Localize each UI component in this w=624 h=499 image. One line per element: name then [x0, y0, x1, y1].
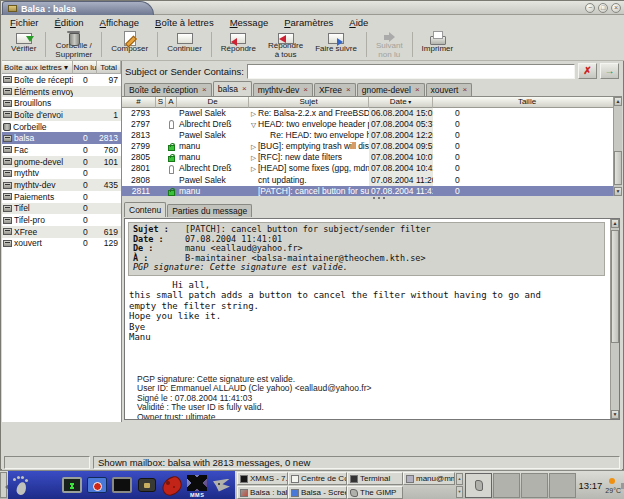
minimize-button[interactable]: −: [585, 3, 595, 13]
column-header-sujet[interactable]: Sujet: [249, 97, 369, 108]
maximize-button[interactable]: □: [598, 3, 608, 13]
tab-close-icon[interactable]: ×: [202, 86, 207, 94]
menu-parametres[interactable]: Paramètres: [276, 17, 341, 28]
imprimer-button[interactable]: Imprimer: [416, 29, 460, 60]
pane-splitter[interactable]: [122, 196, 622, 202]
search-input[interactable]: [247, 64, 575, 79]
tab-close-icon[interactable]: ×: [415, 86, 420, 94]
column-header-[interactable]: #: [122, 97, 156, 108]
message-row-2811[interactable]: 2811manu[PATCH]: cancel button for subje…: [122, 186, 622, 196]
scrollbar-thumb[interactable]: [614, 151, 622, 186]
task-xmms-7-san[interactable]: XMMS - 7. San: [237, 472, 288, 485]
camera-icon[interactable]: [135, 474, 159, 498]
mailbox-row-mythtv[interactable]: mythtv0: [2, 168, 121, 180]
composer-button[interactable]: Composer: [105, 29, 154, 60]
mailbox-row-fac[interactable]: Fac0760: [2, 144, 121, 156]
tab-balsa[interactable]: balsa×: [213, 81, 252, 96]
task-balsa-screen[interactable]: Balsa - Screen: [288, 486, 347, 499]
menu-aide[interactable]: Aide: [341, 17, 376, 28]
mailbox-row-xfree[interactable]: XFree0619: [2, 226, 121, 238]
task-centre-de-cont[interactable]: Centre de Cont: [288, 472, 347, 485]
task-balsa-balsa[interactable]: Balsa : balsa: [237, 486, 288, 499]
tab-mythtv-dev[interactable]: mythtv-dev×: [253, 83, 313, 96]
task-manu-mmedi[interactable]: manu@mmedi: [403, 472, 455, 485]
preview-scrollbar[interactable]: ▲ ▼: [610, 219, 619, 419]
thread-expander-icon[interactable]: ▷: [249, 152, 258, 163]
titlebar-tab[interactable]: Balsa : balsa: [2, 1, 154, 15]
tab-close-icon[interactable]: ×: [462, 86, 467, 94]
mozilla-icon[interactable]: [160, 474, 184, 498]
mailbox-row-paiements[interactable]: Paiements0: [2, 191, 121, 203]
repondre-a-tous-button[interactable]: Répondre à tous: [262, 29, 309, 60]
workspace-4[interactable]: [549, 473, 576, 498]
mailbox-row-mythtv-dev[interactable]: mythtv-dev0435: [2, 179, 121, 191]
tab-close-icon[interactable]: ×: [346, 86, 351, 94]
mailbox-row-xouvert[interactable]: xouvert0129: [2, 238, 121, 250]
tasks-scroll-up-icon[interactable]: ▲: [456, 473, 463, 485]
thread-expander-icon[interactable]: ▽: [249, 119, 258, 130]
titlebar[interactable]: Balsa : balsa −□×: [1, 1, 624, 15]
close-button[interactable]: ×: [611, 3, 621, 13]
help-lifesaver-icon[interactable]: [35, 474, 59, 498]
column-header-s[interactable]: S: [156, 97, 166, 108]
tab-gnome-devel[interactable]: gnome-devel×: [357, 83, 425, 96]
task-terminal[interactable]: Terminal: [347, 472, 403, 485]
xmms-icon[interactable]: MMS: [185, 474, 209, 498]
menu-message[interactable]: Message: [222, 17, 277, 28]
menu-fichier[interactable]: Fichier: [2, 17, 47, 28]
mailbox-row-gnome-devel[interactable]: gnome-devel0101: [2, 156, 121, 168]
message-row-2813[interactable]: 2813Pawel SalekRe: HEAD: two envelope he…: [122, 130, 622, 141]
mailbox-row-tifel[interactable]: Tifel0: [2, 203, 121, 215]
preview-tab-contenu[interactable]: Contenu: [124, 202, 166, 217]
tasks-scroll-down-icon[interactable]: ▼: [456, 486, 463, 498]
column-header-taille[interactable]: Taille: [433, 97, 622, 108]
scroll-down-icon[interactable]: ▼: [614, 187, 622, 196]
message-row-2808[interactable]: 2808Pawel Salekcnt updating.07.08.2004 1…: [122, 175, 622, 186]
screen-capture-icon[interactable]: [85, 474, 109, 498]
mailbox-row-corbeille[interactable]: Corbeille: [2, 121, 121, 133]
tab-xfree[interactable]: XFree×: [314, 83, 356, 96]
mailbox-row-boite-de-reception[interactable]: Boîte de réception097: [2, 74, 121, 86]
thread-expander-icon[interactable]: ▷: [249, 163, 258, 174]
thread-expander-icon[interactable]: ▷: [249, 108, 258, 119]
thread-expander-icon[interactable]: ▷: [249, 141, 258, 152]
message-row-2805[interactable]: 2805manu▷[RFC]: new date filters07.08.20…: [122, 152, 622, 163]
menu-boite-a-lettres[interactable]: Boîte à lettres: [147, 17, 222, 28]
task-the-gimp[interactable]: The GIMP: [347, 486, 403, 499]
tab-boite-de-reception[interactable]: Boîte de réception×: [124, 83, 212, 96]
tab-close-icon[interactable]: ×: [303, 86, 308, 94]
message-row-2797[interactable]: 2797Albrecht Dreß▽HEAD: two envelope hea…: [122, 119, 622, 130]
mailbox-row-elements-envoyes[interactable]: Éléments envoyés: [2, 86, 121, 98]
search-clear-button[interactable]: ✗: [578, 63, 597, 79]
preview-tab-parties-du-message[interactable]: Parties du message: [167, 204, 252, 217]
sidebar-header-total[interactable]: Total: [97, 61, 121, 74]
corbeille-supprimer-button[interactable]: Corbeille / Supprimer: [49, 29, 98, 60]
verifier-button[interactable]: Vérifier: [5, 29, 42, 60]
menu-affichage[interactable]: Affichage: [92, 17, 147, 28]
workspace-1[interactable]: [465, 473, 492, 498]
system-monitor-icon[interactable]: [60, 474, 84, 498]
continuer-button[interactable]: Continuer: [161, 29, 208, 60]
sidebar-header-name[interactable]: Boîte aux lettres ▾: [2, 61, 73, 74]
column-header-a[interactable]: A: [166, 97, 177, 108]
panel-hide-button[interactable]: [0, 472, 7, 498]
sidebar-header-unread[interactable]: Non lu: [73, 61, 97, 74]
mailbox-row-boite-d-envoi[interactable]: Boîte d'envoi1: [2, 109, 121, 121]
workspace-3[interactable]: [521, 473, 548, 498]
mailbox-row-tifel-pro[interactable]: Tifel-pro0: [2, 214, 121, 226]
repondre-button[interactable]: Répondre: [215, 29, 262, 60]
scroll-down-icon[interactable]: ▼: [611, 410, 619, 419]
menu-edition[interactable]: Édition: [47, 17, 92, 28]
message-row-2793[interactable]: 2793Pawel Salek▷Re: Balsa-2.2.x and Free…: [122, 108, 622, 119]
tab-xouvert[interactable]: xouvert×: [426, 83, 473, 96]
scroll-up-icon[interactable]: ▲: [611, 219, 619, 228]
search-apply-button[interactable]: →: [600, 63, 619, 79]
column-header-date[interactable]: Date ▾: [369, 97, 433, 108]
workspace-2[interactable]: [493, 473, 520, 498]
mailbox-row-balsa[interactable]: balsa02813: [2, 132, 121, 144]
tab-close-icon[interactable]: ×: [242, 85, 247, 93]
scrollbar-thumb[interactable]: [611, 230, 619, 343]
gnome-foot-icon[interactable]: [10, 474, 34, 498]
message-row-2799[interactable]: 2799manu▷[BUG]: emptying trash will disp…: [122, 141, 622, 152]
scroll-up-icon[interactable]: ▲: [614, 97, 622, 106]
